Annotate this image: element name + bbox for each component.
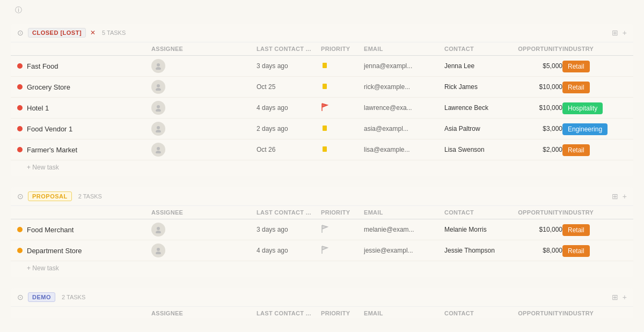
row-name-cell: Food Vendor 1 (17, 125, 151, 133)
contact-cell: Asia Paltrow (444, 125, 509, 132)
assignee-avatar[interactable] (151, 59, 165, 73)
opportunity-cell: $5,000 (509, 62, 562, 70)
email-cell: jessie@exampl... (364, 247, 444, 254)
table-row[interactable]: Food Vendor 12 days agoasia@exampl...Asi… (11, 119, 633, 139)
priority-flag (321, 246, 364, 256)
table-row[interactable]: Grocery StoreOct 25rick@example...Rick J… (11, 77, 633, 98)
email-cell: lawrence@exa... (364, 104, 444, 112)
row-name-cell: Farmer's Market (17, 146, 151, 154)
col-header-email-proposal: EMAIL (364, 209, 444, 216)
email-cell: rick@example... (364, 83, 444, 91)
table-row[interactable]: Farmer's MarketOct 26lisa@example...Lisa… (11, 139, 633, 160)
row-name-text: Food Merchant (27, 226, 74, 234)
col-header-contact-proposal: CONTACT (444, 209, 509, 216)
col-header-opportunity-proposal: OPPORTUNITY (509, 209, 562, 216)
col-header-industry-demo: INDUSTRY (562, 310, 627, 316)
section-tag-demo: DEMO (28, 292, 55, 302)
col-header-priority-proposal: PRIORITY (321, 209, 364, 216)
close-icon-closed-lost[interactable]: ✕ (90, 29, 96, 36)
industry-badge: Engineering (562, 123, 608, 135)
opportunity-cell: $2,000 (509, 146, 562, 153)
email-cell: lisa@example... (364, 146, 444, 153)
new-task-row-closed-lost[interactable]: + New task (11, 160, 633, 176)
contact-cell: Jenna Lee (444, 62, 509, 70)
contact-cell: Jessie Thompson (444, 247, 509, 254)
col-header-industry-proposal: INDUSTRY (562, 209, 627, 216)
email-cell: melanie@exam... (364, 226, 444, 233)
svg-rect-10 (323, 126, 327, 131)
status-dot (17, 126, 23, 131)
add-column-icon-proposal[interactable]: + (623, 192, 627, 201)
grid-icon-closed-lost[interactable]: ⊞ (612, 28, 618, 37)
contact-cell: Melanie Morris (444, 226, 509, 233)
svg-point-14 (157, 227, 160, 230)
add-column-icon-closed-lost[interactable]: + (623, 28, 627, 37)
task-count-demo: 2 TASKS (62, 294, 85, 300)
industry-cell: Retail (562, 83, 627, 91)
industry-badge: Retail (562, 82, 590, 93)
assignee-avatar[interactable] (151, 143, 165, 157)
new-task-row-proposal[interactable]: + New task (11, 261, 633, 277)
grid-icon-demo[interactable]: ⊞ (612, 293, 618, 301)
col-header-opportunity-closed-lost: OPPORTUNITY (509, 46, 562, 52)
row-name-cell: Fast Food (17, 62, 151, 70)
task-count-proposal: 2 TASKS (78, 193, 102, 200)
collapse-button-demo[interactable]: ⊙ (17, 293, 24, 301)
table-row[interactable]: Food Merchant3 days agomelanie@exam...Me… (11, 219, 633, 240)
table-row[interactable]: Fast Food3 days agojenna@exampl...Jenna … (11, 56, 633, 77)
contact-cell: Lawrence Beck (444, 104, 509, 112)
row-name-text: Farmer's Market (27, 146, 77, 154)
row-name-text: Department Store (27, 247, 82, 255)
contact-cell: Lisa Swenson (444, 146, 509, 153)
status-dot (17, 248, 23, 253)
col-header-last-contact-...-proposal: LAST CONTACT ... (257, 209, 321, 216)
table-row[interactable]: Hotel 14 days agolawrence@exa...Lawrence… (11, 98, 633, 119)
status-dot (17, 84, 23, 90)
col-header-assignee-demo: ASSIGNEE (151, 310, 257, 316)
svg-point-8 (157, 126, 160, 129)
info-icon[interactable]: ⓘ (15, 5, 22, 15)
section-tag-proposal: PROPOSAL (28, 191, 72, 201)
svg-point-17 (156, 252, 161, 254)
collapse-button-proposal[interactable]: ⊙ (17, 192, 24, 201)
column-headers-demo: ASSIGNEELAST CONTACT ...PRIORITYEMAILCON… (11, 307, 633, 318)
col-header-email-demo: EMAIL (364, 310, 444, 316)
assignee-avatar[interactable] (151, 101, 165, 115)
add-column-icon-demo[interactable]: + (623, 293, 627, 301)
grid-icon-proposal[interactable]: ⊞ (612, 192, 618, 201)
svg-point-4 (156, 88, 161, 91)
row-name-cell: Hotel 1 (17, 104, 151, 112)
col-header-contact-closed-lost: CONTACT (444, 46, 509, 52)
assignee-avatar[interactable] (151, 122, 165, 136)
section-closed-lost: ⊙CLOSED [LOST]✕5 TASKS⊞+ASSIGNEELAST CON… (11, 24, 633, 176)
last-contact-cell: 2 days ago (257, 125, 321, 132)
row-name-text: Grocery Store (27, 83, 70, 91)
assignee-avatar[interactable] (151, 244, 165, 257)
section-proposal: ⊙PROPOSAL2 TASKS⊞+ASSIGNEELAST CONTACT .… (11, 187, 633, 277)
svg-rect-5 (323, 84, 327, 89)
industry-badge: Retail (562, 144, 590, 156)
svg-point-6 (157, 105, 160, 108)
assignee-avatar[interactable] (151, 80, 165, 94)
task-count-closed-lost: 5 TASKS (102, 29, 126, 36)
assignee-avatar[interactable] (151, 223, 165, 237)
status-dot (17, 105, 23, 110)
contact-cell: Rick James (444, 83, 509, 91)
col-header-last-contact-...-demo: LAST CONTACT ... (257, 310, 321, 316)
priority-flag (321, 225, 364, 235)
svg-point-0 (157, 63, 160, 67)
row-name-text: Fast Food (27, 62, 58, 70)
section-header-proposal: ⊙PROPOSAL2 TASKS⊞+ (11, 187, 633, 206)
collapse-button-closed-lost[interactable]: ⊙ (17, 28, 24, 37)
section-demo: ⊙DEMO2 TASKS⊞+ASSIGNEELAST CONTACT ...PR… (11, 288, 633, 318)
svg-point-1 (156, 67, 161, 70)
svg-rect-2 (323, 63, 327, 68)
page-header: ⓘ (0, 0, 644, 17)
col-header-priority-demo: PRIORITY (321, 310, 364, 316)
opportunity-cell: $8,000 (509, 247, 562, 254)
last-contact-cell: Oct 26 (257, 146, 321, 153)
table-row[interactable]: Department Store4 days agojessie@exampl.… (11, 240, 633, 261)
svg-point-12 (156, 151, 161, 153)
status-dot (17, 227, 23, 232)
industry-cell: Retail (562, 62, 627, 70)
